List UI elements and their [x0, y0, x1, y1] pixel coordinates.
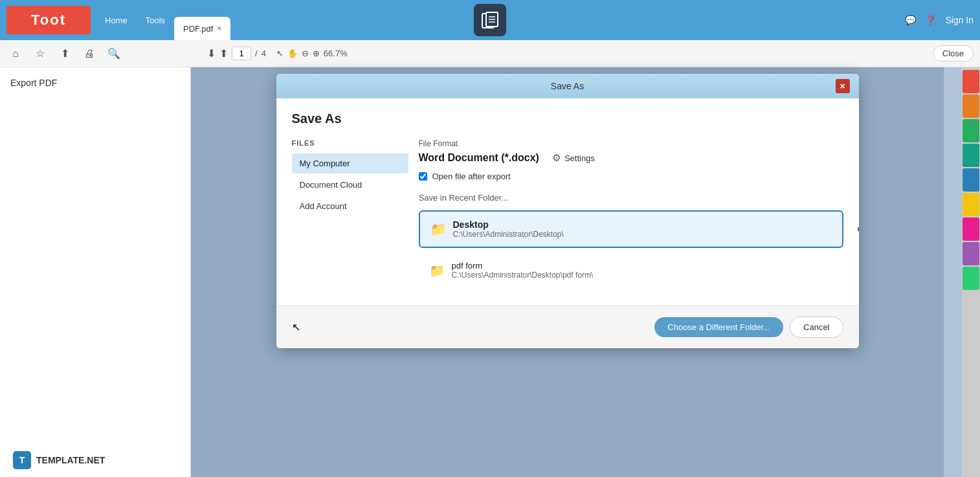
watermark-icon: T [13, 451, 31, 469]
nav-my-computer[interactable]: My Computer [292, 153, 408, 173]
dialog-columns: FILES My Computer Document Cloud Add Acc… [292, 139, 843, 293]
arrow-line [858, 227, 859, 231]
main-layout: Export PDF Save As × Save As [0, 67, 980, 477]
file-format-row: Word Document (*.docx) ⚙ Settings [419, 152, 843, 164]
home-icon[interactable]: ⌂ [6, 45, 25, 63]
folder-info-pdf-form: pdf form C:\Users\Administrator\Desktop\… [452, 261, 594, 280]
open-after-export-checkbox[interactable] [419, 172, 427, 181]
tab-tools[interactable]: Tools [137, 12, 174, 29]
zoom-out-icon[interactable]: ⊖ [302, 49, 309, 58]
dialog-body: Save As FILES My Computer Document Cloud… [276, 98, 859, 305]
comment-icon[interactable]: 💬 [905, 15, 916, 25]
sign-in-button[interactable]: Sign In [945, 15, 974, 25]
folder-name-desktop: Desktop [453, 219, 564, 230]
page-total: 4 [262, 49, 266, 58]
next-page-button[interactable]: ⬆ [219, 47, 228, 60]
settings-icon: ⚙ [552, 152, 561, 164]
cursor-position-indicator: ↖ [292, 321, 300, 333]
files-section-label: FILES [292, 139, 408, 147]
right-sidebar-item-orange[interactable] [963, 94, 979, 118]
folder-path-pdf-form: C:\Users\Administrator\Desktop\pdf form\ [452, 271, 594, 280]
search-icon[interactable]: 🔍 [105, 45, 123, 63]
help-icon[interactable]: ❓ [925, 15, 936, 25]
prev-page-button[interactable]: ⬇ [207, 47, 216, 60]
dialog-title: Save As [300, 81, 836, 91]
right-sidebar-item-blue[interactable] [963, 168, 979, 192]
browser-top-bar: Toot Home Tools PDF.pdf × 💬 ❓ Sign In [0, 0, 980, 40]
tab-home[interactable]: Home [96, 12, 137, 29]
cursor-tool-icon[interactable]: ↖ [276, 49, 284, 58]
watermark-text: TEMPLATE.NET [36, 455, 105, 465]
choose-folder-button[interactable]: Choose a Different Folder... [654, 317, 783, 337]
tab-close-icon[interactable]: × [217, 24, 221, 33]
page-separator: / [255, 49, 258, 58]
open-after-export-label: Open file after export [432, 172, 511, 181]
center-app-icon [474, 4, 506, 36]
page-number-input[interactable] [232, 47, 251, 60]
upload-icon[interactable]: ⬆ [56, 45, 74, 63]
watermark: T TEMPLATE.NET [13, 451, 105, 469]
settings-link[interactable]: ⚙ Settings [552, 152, 595, 164]
hand-tool-icon[interactable]: ✋ [287, 49, 298, 58]
tab-pdf-label: PDF.pdf [183, 24, 213, 34]
folder-info-desktop: Desktop C:\Users\Administrator\Desktop\ [453, 219, 564, 239]
dialog-left-nav: FILES My Computer Document Cloud Add Acc… [292, 139, 408, 293]
right-sidebar-item-red[interactable] [963, 70, 979, 93]
right-sidebar-item-yellow[interactable] [963, 193, 979, 216]
zoom-level: 66.7% [324, 49, 348, 58]
right-sidebar-item-teal[interactable] [963, 144, 979, 167]
toolbar: ⌂ ☆ ⬆ 🖨 🔍 ⬇ ⬆ / 4 ↖ ✋ ⊖ ⊕ 66.7% Close [0, 40, 980, 67]
folder-name-pdf-form: pdf form [452, 261, 594, 271]
right-sidebar-item-lightgreen[interactable] [963, 267, 979, 290]
nav-document-cloud[interactable]: Document Cloud [292, 175, 408, 195]
dialog-titlebar: Save As × [276, 74, 859, 98]
main-content: Save As × Save As FILES My Computer Docu… [191, 67, 962, 477]
right-sidebar [962, 67, 980, 477]
toolbar-nav: ⬇ ⬆ / 4 ↖ ✋ ⊖ ⊕ 66.7% [207, 47, 348, 60]
dialog-footer: ↖ Choose a Different Folder... Cancel [276, 305, 859, 348]
cancel-button[interactable]: Cancel [790, 316, 843, 338]
close-button[interactable]: Close [933, 45, 974, 61]
nav-add-account[interactable]: Add Account [292, 196, 408, 216]
print-icon[interactable]: 🖨 [80, 45, 98, 63]
right-sidebar-item-pink[interactable] [963, 217, 979, 241]
tab-pdf[interactable]: PDF.pdf × [174, 17, 230, 40]
dialog-close-button[interactable]: × [836, 79, 850, 93]
right-sidebar-item-purple[interactable] [963, 242, 979, 265]
app-logo: Toot [6, 6, 91, 34]
file-format-label: File Format [419, 139, 843, 148]
export-pdf-label: Export PDF [10, 78, 180, 88]
tab-bar: Home Tools PDF.pdf × [96, 0, 230, 40]
dialog-heading: Save As [292, 111, 843, 126]
folder-desktop[interactable]: 📁 Desktop C:\Users\Administrator\Desktop… [419, 210, 843, 248]
left-panel: Export PDF [0, 67, 191, 477]
folder-icon-pdf-form: 📁 [429, 263, 445, 278]
save-as-dialog: Save As × Save As FILES My Computer Docu… [276, 74, 859, 348]
star-icon[interactable]: ☆ [31, 45, 49, 63]
right-sidebar-item-green[interactable] [963, 119, 979, 142]
folder-path-desktop: C:\Users\Administrator\Desktop\ [453, 230, 564, 239]
zoom-in-icon[interactable]: ⊕ [313, 49, 320, 58]
file-format-name: Word Document (*.docx) [419, 152, 539, 164]
arrow-annotation [858, 217, 859, 241]
folder-pdf-form[interactable]: 📁 pdf form C:\Users\Administrator\Deskto… [419, 253, 843, 287]
modal-overlay: Save As × Save As FILES My Computer Docu… [191, 67, 944, 477]
settings-label: Settings [564, 153, 595, 163]
dialog-right-content: File Format Word Document (*.docx) ⚙ Set… [408, 139, 843, 293]
open-file-checkbox-row: Open file after export [419, 172, 843, 181]
folder-icon-desktop: 📁 [430, 221, 447, 237]
browser-right-actions: 💬 ❓ Sign In [905, 15, 974, 25]
recent-folder-label: Save in Recent Folder... [419, 193, 843, 203]
